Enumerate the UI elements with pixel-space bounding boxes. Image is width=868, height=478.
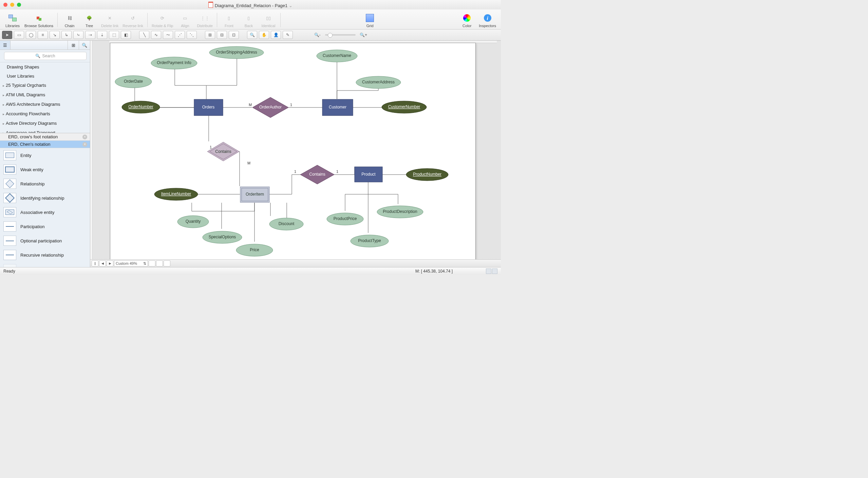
group-tool-1[interactable]: ⊞ <box>205 31 215 39</box>
page-next-button[interactable]: ▶ <box>107 260 113 266</box>
library-search-tab[interactable]: 🔍 <box>79 41 90 49</box>
status-bar: Ready M: [ 445.38, 104.74 ] <box>0 267 501 275</box>
shape-optional-participation[interactable]: Optional participation <box>0 234 90 248</box>
category-item[interactable]: User Libraries <box>0 72 90 81</box>
status-icon[interactable] <box>486 268 491 274</box>
edit-tool[interactable]: ✎ <box>283 31 293 39</box>
page[interactable]: OrderDate OrderPayment Info OrderShippin… <box>110 43 476 261</box>
category-item[interactable]: Drawing Shapes <box>0 62 90 72</box>
svg-text:CustomerName: CustomerName <box>323 53 351 58</box>
group-tool-3[interactable]: ⊡ <box>229 31 239 39</box>
shape-weak-entity[interactable]: Weak entity <box>0 162 90 177</box>
minimize-icon[interactable] <box>10 3 14 7</box>
category-item[interactable]: Aerospace and Transport <box>0 128 90 133</box>
inspectors-button[interactable]: iInspectors <box>477 13 498 29</box>
close-icon[interactable]: × <box>82 135 87 139</box>
search-input[interactable]: 🔍Search <box>4 52 87 60</box>
color-button[interactable]: Color <box>457 13 477 29</box>
er-diagram[interactable]: OrderDate OrderPayment Info OrderShippin… <box>110 43 475 261</box>
front-button[interactable]: ▯Front <box>219 13 239 29</box>
pointer-tool[interactable]: ➤ <box>2 31 12 39</box>
library-tree-tab[interactable]: ☰ <box>0 41 11 49</box>
library-category-list[interactable]: Drawing Shapes User Libraries 25 Typical… <box>0 62 90 133</box>
zoom-out-button[interactable]: 🔍- <box>313 31 322 39</box>
category-item[interactable]: Active Directory Diagrams <box>0 119 90 128</box>
maximize-icon[interactable] <box>17 3 21 7</box>
svg-text:OrderItem: OrderItem <box>246 192 264 197</box>
line-tool-5[interactable]: ⋱ <box>187 31 197 39</box>
close-icon[interactable]: × <box>82 142 87 147</box>
page-prev-button[interactable]: ◀ <box>99 260 106 266</box>
browse-solutions-button[interactable]: Browse Solutions <box>22 13 55 29</box>
grid-button[interactable]: Grid <box>360 13 380 29</box>
svg-text:CustomerAddress: CustomerAddress <box>362 80 395 84</box>
svg-text:Customer: Customer <box>329 105 346 109</box>
reverse-link-button[interactable]: ↺Reverse link <box>120 13 145 29</box>
ellipse-tool[interactable]: ◯ <box>26 31 36 39</box>
delete-link-button[interactable]: ✕Delete link <box>99 13 120 29</box>
connector-tool-4[interactable]: ⇢ <box>85 31 95 39</box>
rect-tool[interactable]: ▭ <box>14 31 24 39</box>
line-tool-3[interactable]: ⤳ <box>163 31 173 39</box>
search-icon: 🔍 <box>35 54 40 58</box>
open-library-chen[interactable]: ERD, Chen's notation× <box>0 141 90 148</box>
zoom-in-button[interactable]: 🔍+ <box>359 31 368 39</box>
rotate-flip-button[interactable]: ⟳Rotate & Flip <box>150 13 175 29</box>
connector-tool-6[interactable]: ⬚ <box>109 31 119 39</box>
connector-tool-7[interactable]: ◧ <box>121 31 131 39</box>
connector-tool-3[interactable]: ⤷ <box>73 31 83 39</box>
align-button[interactable]: ▭Align <box>175 13 195 29</box>
chevron-down-icon[interactable]: ⌄ <box>289 3 293 8</box>
svg-text:Quantity: Quantity <box>186 219 201 224</box>
shape-identifying-rel[interactable]: Identifying relationship <box>0 191 90 205</box>
snap-tool[interactable]: 👤 <box>271 31 281 39</box>
shape-recursive-rel[interactable]: Recursive relationship <box>0 248 90 262</box>
tree-button[interactable]: 🌳Tree <box>79 13 99 29</box>
drawing-canvas[interactable]: OrderDate OrderPayment Info OrderShippin… <box>90 41 501 267</box>
back-button[interactable]: ▯Back <box>239 13 259 29</box>
connector-tool-1[interactable]: ↘ <box>50 31 60 39</box>
open-library-crowsfoot[interactable]: ERD, crow's foot notation× <box>0 133 90 141</box>
category-item[interactable]: ATM UML Diagrams <box>0 90 90 100</box>
line-tool-4[interactable]: ⋰ <box>175 31 185 39</box>
svg-text:1: 1 <box>290 103 292 107</box>
shape-participation[interactable]: Participation <box>0 219 90 234</box>
identical-button[interactable]: ▯▯Identical <box>259 13 278 29</box>
category-item[interactable]: 25 Typical Orgcharts <box>0 81 90 90</box>
page-pause-button[interactable]: ‖ <box>92 260 98 266</box>
page-tab-2[interactable] <box>156 260 163 266</box>
category-item[interactable]: AWS Architecture Diagrams <box>0 100 90 109</box>
status-icon[interactable] <box>492 268 497 274</box>
page-tab-1[interactable] <box>149 260 155 266</box>
svg-text:M: M <box>247 161 250 165</box>
svg-text:Price: Price <box>250 247 259 252</box>
svg-text:ProductPrice: ProductPrice <box>334 216 357 221</box>
page-tab-3[interactable] <box>164 260 170 266</box>
text-tool[interactable]: ≡ <box>38 31 48 39</box>
close-icon[interactable] <box>3 3 7 7</box>
shape-entity[interactable]: Entity <box>0 148 90 162</box>
svg-text:ProductDescription: ProductDescription <box>383 209 417 214</box>
pan-tool[interactable]: ✋ <box>259 31 269 39</box>
shape-attribute[interactable]: Attribute <box>0 262 90 267</box>
distribute-button[interactable]: ⋮⋮Distribute <box>195 13 214 29</box>
status-text: Ready <box>3 269 15 274</box>
zoom-tool[interactable]: 🔍 <box>247 31 257 39</box>
svg-text:1: 1 <box>210 145 212 149</box>
svg-text:1: 1 <box>294 170 296 174</box>
chain-button[interactable]: ⛓Chain <box>60 13 79 29</box>
line-tool-1[interactable]: ╲ <box>139 31 149 39</box>
shape-relationship[interactable]: Relationship <box>0 177 90 191</box>
libraries-button[interactable]: Libraries <box>3 13 22 29</box>
group-tool-2[interactable]: ⊟ <box>217 31 227 39</box>
zoom-slider[interactable] <box>325 34 356 36</box>
library-grid-tab[interactable]: ⊞ <box>68 41 79 49</box>
line-tool-2[interactable]: ∿ <box>151 31 161 39</box>
coordinates-display: M: [ 445.38, 104.74 ] <box>415 269 453 274</box>
connector-tool-5[interactable]: ⇣ <box>97 31 107 39</box>
zoom-select[interactable]: Custom 49%⇅ <box>114 260 148 266</box>
shape-associative-entity[interactable]: Associative entity <box>0 205 90 219</box>
vertical-ruler <box>90 41 93 263</box>
connector-tool-2[interactable]: ↳ <box>61 31 72 39</box>
category-item[interactable]: Accounting Flowcharts <box>0 109 90 119</box>
